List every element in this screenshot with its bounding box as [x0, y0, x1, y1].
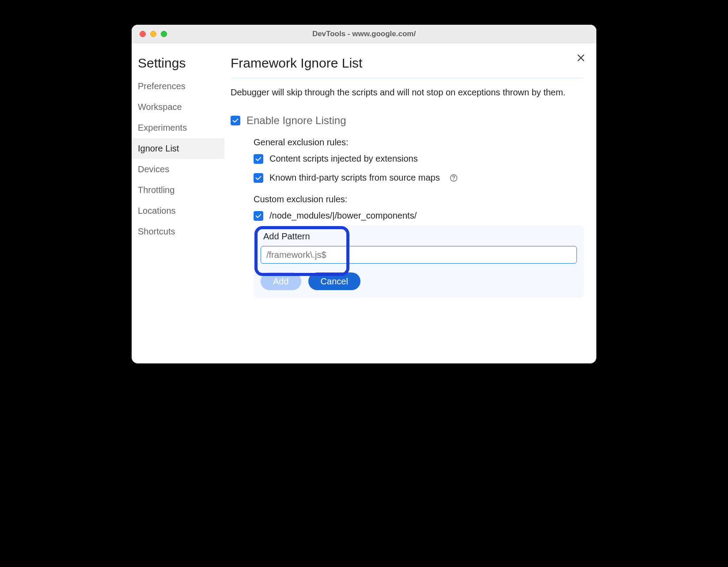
add-pattern-box: Add Pattern Add Cancel: [254, 225, 584, 298]
window-minimize-button[interactable]: [150, 31, 156, 37]
settings-sidebar: Settings Preferences Workspace Experimen…: [132, 43, 224, 363]
custom-rule-label: /node_modules/|/bower_components/: [269, 211, 417, 221]
general-rule-label: Content scripts injected by extensions: [269, 154, 418, 164]
add-pattern-buttons: Add Cancel: [261, 272, 577, 290]
sidebar-item-experiments[interactable]: Experiments: [132, 117, 224, 138]
add-button[interactable]: Add: [261, 272, 301, 290]
general-section-label: General exclusion rules:: [254, 137, 584, 147]
window-close-button[interactable]: [140, 31, 146, 37]
content-scripts-checkbox[interactable]: [254, 154, 263, 164]
traffic-lights: [140, 31, 167, 37]
sidebar-item-devices[interactable]: Devices: [132, 159, 224, 180]
general-rule-label: Known third-party scripts from source ma…: [269, 173, 440, 183]
sidebar-item-shortcuts[interactable]: Shortcuts: [132, 221, 224, 242]
general-rule-row: Known third-party scripts from source ma…: [254, 173, 584, 183]
custom-section-label: Custom exclusion rules:: [254, 194, 584, 204]
pattern-input[interactable]: [261, 246, 577, 264]
page-title: Framework Ignore List: [231, 56, 584, 78]
devtools-window: DevTools - www.google.com/ Settings Pref…: [132, 25, 596, 363]
sidebar-item-locations[interactable]: Locations: [132, 200, 224, 221]
cancel-button[interactable]: Cancel: [308, 272, 360, 290]
custom-rule-checkbox[interactable]: [254, 211, 263, 221]
enable-ignore-listing-row: Enable Ignore Listing: [231, 114, 584, 127]
window-zoom-button[interactable]: [161, 31, 167, 37]
close-icon[interactable]: [576, 53, 586, 64]
thirdparty-scripts-checkbox[interactable]: [254, 173, 263, 183]
svg-point-1: [453, 179, 454, 180]
titlebar: DevTools - www.google.com/: [132, 25, 596, 43]
sidebar-item-workspace[interactable]: Workspace: [132, 97, 224, 117]
sidebar-item-throttling[interactable]: Throttling: [132, 180, 224, 200]
add-pattern-label: Add Pattern: [261, 231, 577, 242]
help-icon[interactable]: [449, 173, 459, 183]
page-description: Debugger will skip through the scripts a…: [231, 86, 584, 98]
general-rule-row: Content scripts injected by extensions: [254, 154, 584, 164]
sidebar-item-ignore-list[interactable]: Ignore List: [132, 138, 224, 159]
custom-rule-row: /node_modules/|/bower_components/: [254, 211, 584, 221]
content-area: Settings Preferences Workspace Experimen…: [132, 43, 596, 363]
sidebar-title: Settings: [132, 56, 224, 76]
enable-ignore-listing-label: Enable Ignore Listing: [246, 114, 346, 127]
main-panel: Framework Ignore List Debugger will skip…: [224, 43, 596, 363]
enable-ignore-listing-checkbox[interactable]: [231, 116, 240, 125]
sidebar-item-preferences[interactable]: Preferences: [132, 76, 224, 97]
window-title: DevTools - www.google.com/: [312, 30, 416, 38]
